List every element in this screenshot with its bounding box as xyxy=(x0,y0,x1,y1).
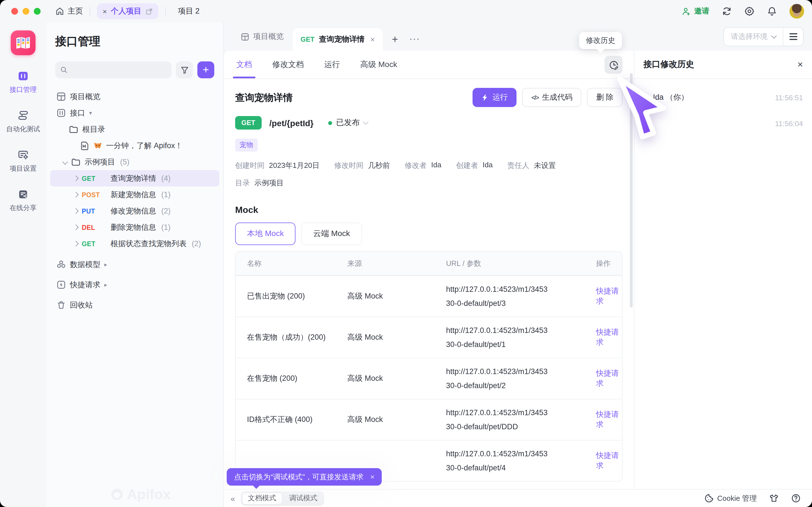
zoom-window-button[interactable] xyxy=(34,8,41,15)
new-tab-button[interactable]: + xyxy=(392,33,398,46)
run-button[interactable]: 运行 xyxy=(473,88,517,107)
chevron-right-icon[interactable] xyxy=(73,241,79,246)
quick-request-link[interactable]: 快捷请求 xyxy=(596,410,619,429)
external-link-icon[interactable] xyxy=(145,8,153,15)
minimize-window-button[interactable] xyxy=(22,8,29,15)
tab-more-menu[interactable]: ··· xyxy=(409,34,420,44)
doc-tabs: 文档 修改文档 运行 高级 Mock xyxy=(224,51,634,79)
chevron-down-icon[interactable] xyxy=(62,159,68,165)
environment-menu-button[interactable] xyxy=(783,27,803,46)
close-project-tab-icon[interactable]: × xyxy=(103,7,107,15)
chevron-right-icon[interactable] xyxy=(73,192,79,198)
filter-button[interactable] xyxy=(176,61,193,78)
caret-right-icon[interactable]: ▸ xyxy=(104,262,107,268)
help-icon[interactable] xyxy=(791,494,801,503)
tree-api-post-create-pet[interactable]: POST 新建宠物信息 (1) xyxy=(55,186,214,203)
sidebar-item-quick-request[interactable]: 快捷请求 ▸ xyxy=(55,277,214,293)
main-column: 项目概览 GET 查询宠物详情 × + ··· 请选择环境 xyxy=(224,22,812,507)
history-entry-time: 11:56:51 xyxy=(775,93,803,102)
close-panel-icon[interactable]: × xyxy=(797,59,803,70)
filter-funnel-icon xyxy=(180,66,189,74)
caret-down-icon[interactable]: ▾ xyxy=(89,110,92,116)
status-label: 已发布 xyxy=(336,118,360,128)
home-tab[interactable]: 主页 xyxy=(55,6,83,16)
titlebar-nav: 主页 × 个人项目 项目 2 xyxy=(55,3,205,19)
tree-api-get-pet-detail[interactable]: GET 查询宠物详情 (4) xyxy=(50,170,219,186)
tab-edit-doc[interactable]: 修改文档 xyxy=(272,51,304,78)
tab-run[interactable]: 运行 xyxy=(324,51,340,78)
quick-request-link[interactable]: 快捷请求 xyxy=(596,369,619,388)
mock-heading: Mock xyxy=(235,205,622,215)
tree-api-del-delete-pet[interactable]: DEL 删除宠物信息 (1) xyxy=(55,219,214,235)
quick-request-link[interactable]: 快捷请求 xyxy=(596,287,619,305)
tree-doc-intro[interactable]: 一分钟，了解 Apifox！ xyxy=(55,137,214,154)
module-rail: 接口管理 自动化测试 项目设置 在线分享 xyxy=(0,22,46,507)
tab-cloud-mock[interactable]: 云端 Mock xyxy=(301,223,362,245)
tree-label: 删除宠物信息 xyxy=(110,222,156,232)
close-tab-icon[interactable]: × xyxy=(370,35,375,44)
rail-item-api-management[interactable]: 接口管理 xyxy=(10,70,37,95)
status-dropdown[interactable]: 已发布 xyxy=(328,118,368,128)
meta-value: 几秒前 xyxy=(368,161,390,171)
caret-right-icon[interactable]: ▸ xyxy=(104,282,107,288)
sidebar-item-recycle-bin[interactable]: 回收站 xyxy=(55,297,214,313)
notifications-bell-icon[interactable] xyxy=(767,6,777,16)
automated-testing-icon xyxy=(17,109,29,122)
app-logo[interactable] xyxy=(11,31,36,55)
chevron-down-icon xyxy=(771,33,777,39)
generate-code-button[interactable]: </> 生成代码 xyxy=(522,88,581,107)
sidebar-item-data-models[interactable]: 数据模型 ▸ xyxy=(55,256,214,273)
close-window-button[interactable] xyxy=(11,8,18,15)
status-dot xyxy=(328,121,332,125)
sync-icon[interactable] xyxy=(722,6,732,16)
overview-grid-icon xyxy=(56,92,66,101)
chevron-right-icon[interactable] xyxy=(73,208,79,214)
search-input[interactable] xyxy=(71,66,166,74)
tab-local-mock[interactable]: 本地 Mock xyxy=(235,223,296,245)
rail-item-project-settings[interactable]: 项目设置 xyxy=(10,149,37,173)
user-avatar[interactable] xyxy=(790,4,804,18)
search-box[interactable] xyxy=(55,61,171,78)
tshirt-theme-icon[interactable] xyxy=(769,494,779,503)
environment-dropdown[interactable]: 请选择环境 xyxy=(724,32,783,42)
project-tab-2[interactable]: 项目 2 xyxy=(172,6,205,16)
method-badge: DEL xyxy=(82,224,107,231)
rail-item-online-share[interactable]: 在线分享 xyxy=(10,188,37,213)
content-row: 文档 修改文档 运行 高级 Mock 查询宠物详情 xyxy=(224,51,812,489)
chevron-right-icon[interactable] xyxy=(73,175,79,181)
tab-project-overview[interactable]: 项目概览 xyxy=(232,22,293,51)
rail-item-automated-testing[interactable]: 自动化测试 xyxy=(6,109,40,134)
tab-title: 查询宠物详情 xyxy=(319,34,364,45)
tree-folder-root[interactable]: 根目录 xyxy=(55,121,214,137)
tree-api-put-update-pet[interactable]: PUT 修改宠物信息 (2) xyxy=(55,203,214,219)
cookie-manager-label: Cookie 管理 xyxy=(717,493,757,503)
page-title: 查询宠物详情 xyxy=(235,91,293,104)
mock-url-line2: 30-0-default/pet/3 xyxy=(446,297,585,309)
collapse-sidebar-icon[interactable]: « xyxy=(231,494,235,503)
invite-button[interactable]: 邀请 xyxy=(682,6,709,16)
tree-api-get-find-pets[interactable]: GET 根据状态查找宠物列表 (2) xyxy=(55,235,214,252)
tree-folder-example[interactable]: 示例项目 (5) xyxy=(55,154,214,170)
quick-request-link[interactable]: 快捷请求 xyxy=(596,451,619,470)
chevron-right-icon[interactable] xyxy=(73,224,79,230)
settings-gear-icon[interactable] xyxy=(744,6,755,16)
toast-close-icon[interactable]: × xyxy=(370,473,374,481)
cookie-manager-button[interactable]: Cookie 管理 xyxy=(704,493,757,503)
tree-label: 回收站 xyxy=(70,300,93,310)
history-button[interactable] xyxy=(605,56,622,74)
add-button[interactable]: + xyxy=(197,61,214,78)
bolt-icon xyxy=(482,94,489,101)
debug-mode-button[interactable]: 调试模式 xyxy=(284,492,323,504)
environment-placeholder: 请选择环境 xyxy=(731,32,767,42)
quick-request-link[interactable]: 快捷请求 xyxy=(596,328,619,346)
mock-url-line2: 30-0-default/pet/4 xyxy=(446,462,585,474)
doc-mode-button[interactable]: 文档模式 xyxy=(242,492,283,504)
sidebar-item-project-overview[interactable]: 项目概览 xyxy=(55,89,214,105)
tab-doc[interactable]: 文档 xyxy=(236,51,252,78)
project-tab-personal[interactable]: × 个人项目 xyxy=(97,3,158,19)
sidebar-item-api-root[interactable]: 接口 ▾ xyxy=(55,105,214,121)
doc-body: 查询宠物详情 运行 </> 生成代码 xyxy=(224,79,634,489)
tab-get-pet-detail[interactable]: GET 查询宠物详情 × xyxy=(293,28,383,51)
tab-advanced-mock[interactable]: 高级 Mock xyxy=(360,51,397,78)
tree-count: (1) xyxy=(161,223,170,231)
